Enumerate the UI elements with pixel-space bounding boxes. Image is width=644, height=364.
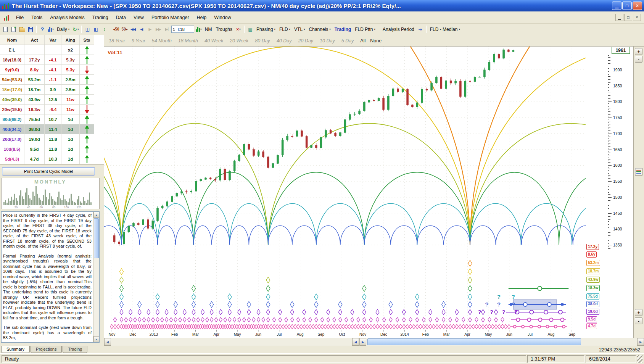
table-row[interactable]: x2	[61, 45, 80, 55]
table-row[interactable]: 12.5	[45, 95, 61, 105]
table-row[interactable]: 2.5m	[61, 75, 80, 85]
cycle-wavelength-label[interactable]: 9.5d	[586, 316, 597, 322]
trend-arrow-down[interactable]	[80, 105, 94, 114]
trend-arrow-up[interactable]	[80, 75, 94, 85]
table-row[interactable]: 4.7d	[24, 154, 45, 164]
scroll-down-icon[interactable]: ▼	[93, 336, 99, 342]
fast-forward-button[interactable]: ▶▶	[155, 26, 162, 33]
table-row[interactable]: 18.7m	[24, 85, 45, 95]
trend-arrow-up[interactable]	[80, 85, 94, 95]
table-row[interactable]: 5.3y	[61, 55, 80, 65]
cascade-windows-icon[interactable]: ◧	[92, 26, 100, 33]
table-row[interactable]: 11.4	[45, 124, 61, 134]
new-workspace-icon[interactable]: +	[10, 26, 18, 33]
menu-help[interactable]: Help	[193, 13, 211, 22]
table-row[interactable]: -4.1	[45, 55, 61, 65]
column-header-act[interactable]: Act	[24, 35, 45, 45]
table-row[interactable]: 11w	[61, 105, 80, 114]
table-row[interactable]: 3.9	[45, 85, 61, 95]
period-toggle-10-day[interactable]: 10 Day	[320, 38, 335, 43]
trend-arrow-up[interactable]	[80, 124, 94, 134]
cycle-wavelength-label[interactable]: 18.7m	[586, 268, 600, 274]
table-row[interactable]: 20d(17.0)	[0, 134, 24, 144]
menu-window[interactable]: Window	[210, 13, 235, 22]
analysis-period-label[interactable]: Analysis Period	[381, 27, 416, 32]
table-row[interactable]: Σ L	[0, 45, 24, 55]
print-cyclic-model-button[interactable]: Print Current Cyclic Model	[2, 167, 95, 176]
table-row[interactable]: 20w(19.5)	[0, 105, 24, 114]
table-row[interactable]: 11.8	[45, 134, 61, 144]
scroll-right-icon[interactable]: ▶	[637, 338, 644, 346]
period-toggle-18-year[interactable]: 18 Year	[109, 38, 125, 43]
table-row[interactable]: 1d	[61, 144, 80, 154]
fld-median-menu[interactable]: FLD - Median▾	[428, 27, 462, 32]
page-left-button[interactable]: ◀	[352, 338, 359, 346]
refresh-icon[interactable]: ↻▾	[72, 26, 79, 33]
period-toggle-80-day[interactable]: 80 Day	[255, 38, 270, 43]
chart-scrollbar[interactable]: ◀ ◀ ▶ ▶	[104, 338, 644, 346]
table-row[interactable]: 11w	[61, 95, 80, 105]
hurst-cycle-chart[interactable]: NovDec2013FebMarAprMayJunJulAugSepOctNov…	[104, 47, 608, 338]
table-row[interactable]	[45, 45, 61, 55]
zoom-in-button[interactable]: +	[635, 48, 642, 55]
period-toggle-9-year[interactable]: 9 Year	[132, 38, 145, 43]
channels-menu[interactable]: Channels▾	[308, 27, 332, 32]
menu-data[interactable]: Data	[112, 13, 130, 22]
table-row[interactable]: 43.9w	[24, 95, 45, 105]
zoom-out-button[interactable]: -	[635, 56, 642, 63]
nm-label[interactable]: NM	[203, 27, 214, 32]
chart-scroll-thumb[interactable]	[367, 338, 581, 345]
column-header-nom[interactable]: Nom	[0, 35, 24, 45]
table-row[interactable]: 8.6y	[24, 65, 45, 75]
page-right-button[interactable]: ▶	[359, 338, 366, 346]
analysis-scrollbar[interactable]: ▲ ▼	[93, 212, 99, 342]
trading-menu[interactable]: Trading	[333, 27, 353, 32]
table-row[interactable]: 1d	[61, 124, 80, 134]
cycle-wavelength-label[interactable]: 38.0d	[586, 301, 599, 307]
cycle-wavelength-label[interactable]: 18.3w	[586, 285, 600, 291]
next-bar-button[interactable]: ▶	[146, 26, 154, 33]
menu-tools[interactable]: Tools	[27, 13, 46, 22]
cycle-wavelength-label[interactable]: 75.5d	[586, 293, 599, 300]
chart-tool-icon[interactable]	[635, 168, 642, 176]
trend-arrow-up[interactable]	[80, 144, 94, 154]
menu-view[interactable]: View	[130, 13, 148, 22]
period-toggle-40-week[interactable]: 40 Week	[204, 38, 223, 43]
trend-arrow-up[interactable]	[80, 55, 94, 65]
analysis-period-icon[interactable]: ⇥	[417, 26, 424, 33]
close-button[interactable]: ×	[633, 2, 642, 10]
table-row[interactable]: 53.2m	[24, 75, 45, 85]
table-row[interactable]: -1.1	[45, 75, 61, 85]
trend-arrow-down[interactable]	[80, 65, 94, 75]
vtl-menu[interactable]: VTL▾	[293, 27, 307, 32]
delete-analysis-icon[interactable]: ×▾	[235, 26, 242, 33]
period-toggle-20-day[interactable]: 20 Day	[298, 38, 313, 43]
price-axis[interactable]: 1961 13501400145015001550160016501700175…	[608, 47, 633, 338]
fit-vertical-icon[interactable]: ↕	[100, 26, 108, 33]
scale-plus-button[interactable]: +	[635, 309, 642, 316]
table-row[interactable]: 10d(8.5)	[0, 144, 24, 154]
table-row[interactable]: 18y(18.0)	[0, 55, 24, 65]
cycle-wavelength-label[interactable]: 4.7d	[586, 323, 597, 329]
table-row[interactable]: 9.5d	[24, 144, 45, 154]
trend-arrow-up[interactable]	[80, 95, 94, 105]
table-row[interactable]: 5d(4.3)	[0, 154, 24, 164]
skip-forward-50-button[interactable]: 50▸	[121, 26, 129, 33]
trend-arrow-up[interactable]	[80, 134, 94, 144]
help-icon[interactable]: ?	[39, 26, 46, 33]
table-row[interactable]: 1d	[61, 154, 80, 164]
table-row[interactable]: 9y(9.0)	[0, 65, 24, 75]
new-file-icon[interactable]	[2, 26, 9, 33]
period-toggle-18-month[interactable]: 18 Month	[178, 38, 198, 43]
skip-back-50-button[interactable]: ◂50	[112, 26, 120, 33]
tab-summary[interactable]: Summary	[1, 346, 30, 353]
scroll-left-icon[interactable]: ◀	[104, 338, 111, 346]
resize-grip[interactable]	[637, 355, 642, 363]
troughs-label[interactable]: Troughs	[214, 27, 234, 32]
table-row[interactable]: 18m(17.9)	[0, 85, 24, 95]
table-row[interactable]: 1d	[61, 114, 80, 124]
column-header-alng[interactable]: Alng	[61, 35, 80, 45]
menu-portfolio-manager[interactable]: Portfolio Manager	[148, 13, 193, 22]
table-row[interactable]: 10.3	[45, 154, 61, 164]
trend-arrow-up[interactable]	[80, 154, 94, 164]
